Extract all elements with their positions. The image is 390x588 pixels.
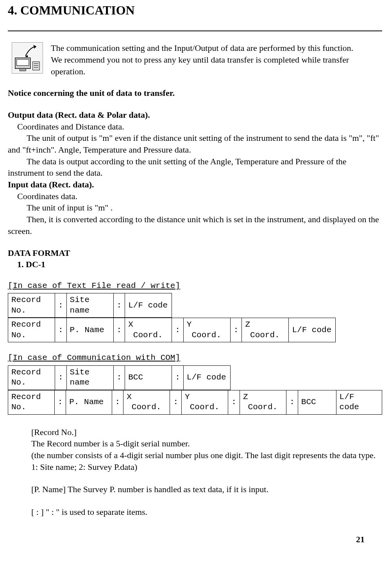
cell-separator: : [113, 365, 125, 390]
cell-p-name: P. Name [66, 318, 113, 342]
cell-separator: : [172, 318, 184, 342]
output-paragraph-2: The data is output according to the unit… [8, 156, 382, 179]
cell-x-coord: X Coord. [125, 318, 172, 342]
cell-y-coord: Y Coord. [182, 390, 228, 414]
record-no-label: [Record No.] [31, 426, 382, 438]
svg-rect-2 [20, 68, 26, 71]
intro-paragraph-2: We recommend you not to press any key un… [51, 54, 382, 77]
cell-record-no: Record No. [8, 365, 55, 390]
cell-bcc: BCC [125, 365, 172, 390]
data-format-heading: DATA FORMAT [8, 247, 382, 259]
output-p1-text: The unit of output is "m" even if the di… [8, 133, 379, 155]
svg-rect-1 [17, 59, 29, 66]
cell-record-no: Record No. [8, 390, 55, 414]
cell-separator: : [170, 390, 182, 414]
cell-lf-code: L/F code [336, 390, 382, 414]
cell-separator: : [228, 390, 240, 414]
pname-info: [P. Name] The Survey P. number is handle… [31, 484, 382, 495]
cell-z-coord: Z Coord. [242, 318, 289, 342]
cell-record-no: Record No. [8, 293, 55, 318]
record-no-desc1: The Record number is a 5-digit serial nu… [31, 438, 382, 450]
cell-separator: : [172, 365, 184, 390]
input-paragraph-1: The unit of input is "m" . [8, 202, 382, 214]
cell-separator: : [55, 293, 67, 318]
input-data-heading: Input data (Rect. data). [8, 179, 382, 191]
input-p2-text: Then, it is converted according to the d… [8, 214, 379, 236]
horizontal-rule [8, 31, 382, 31]
cell-lf-code: L/F code [289, 318, 336, 342]
table-row: Record No. : P. Name : X Coord. : Y Coor… [8, 318, 336, 342]
intro-text: The communication setting and the Input/… [51, 42, 382, 77]
cell-x-coord: X Coord. [123, 390, 170, 414]
input-paragraph-2: Then, it is converted according to the d… [8, 214, 382, 237]
cell-record-no: Record No. [8, 318, 55, 342]
svg-rect-3 [33, 62, 40, 70]
dc1-heading: 1. DC-1 [8, 259, 382, 270]
cell-bcc: BCC [298, 390, 336, 414]
output-paragraph-1: The unit of output is "m" even if the di… [8, 132, 382, 155]
record-no-info: [Record No.] The Record number is a 5-di… [31, 426, 382, 473]
text-file-label: [In case of Text File read / write] [8, 281, 382, 291]
cell-separator: : [55, 318, 67, 342]
cell-separator: : [230, 318, 242, 342]
cell-separator: : [286, 390, 298, 414]
com-label: [In case of Communication with COM] [8, 352, 382, 363]
separator-info: [ : ] " : " is used to separate items. [31, 506, 382, 518]
table-row: Record No. : Site name : L/F code [8, 293, 172, 318]
cell-separator: : [54, 390, 66, 414]
output-subheading: Coordinates and Distance data. [8, 121, 382, 133]
info-block: [Record No.] The Record number is a 5-di… [8, 426, 382, 518]
cell-y-coord: Y Coord. [183, 318, 230, 342]
table-row: Record No. : Site name : BCC : L/F code [8, 365, 231, 390]
cell-lf-code: L/F code [183, 365, 230, 390]
text-file-table-1: Record No. : Site name : L/F code Record… [8, 293, 382, 342]
cell-separator: : [113, 318, 125, 342]
section-title: 4. COMMUNICATION [8, 0, 382, 31]
notice-heading: Notice concerning the unit of data to tr… [8, 87, 382, 99]
cell-site-name: Site name [66, 365, 113, 390]
cell-site-name: Site name [66, 293, 113, 318]
intro-block: The communication setting and the Input/… [8, 42, 382, 77]
cell-lf-code: L/F code [125, 293, 172, 318]
record-no-desc2: (the number consists of a 4-digit serial… [31, 450, 382, 473]
intro-paragraph-1: The communication setting and the Input/… [51, 42, 382, 54]
cell-separator: : [113, 293, 125, 318]
output-data-heading: Output data (Rect. data & Polar data). [8, 109, 382, 121]
computer-transfer-icon [12, 43, 43, 73]
table-row: Record No. : P. Name : X Coord. : Y Coor… [8, 390, 382, 414]
cell-separator: : [112, 390, 123, 414]
communication-icon [12, 42, 43, 74]
cell-p-name: P. Name [66, 390, 112, 414]
cell-z-coord: Z Coord. [240, 390, 286, 414]
output-p2-text: The data is output according to the unit… [8, 156, 347, 178]
input-subheading: Coordinates data. [8, 191, 382, 202]
cell-separator: : [55, 365, 67, 390]
com-table: Record No. : Site name : BCC : L/F code … [8, 365, 382, 415]
page-number: 21 [8, 534, 382, 549]
